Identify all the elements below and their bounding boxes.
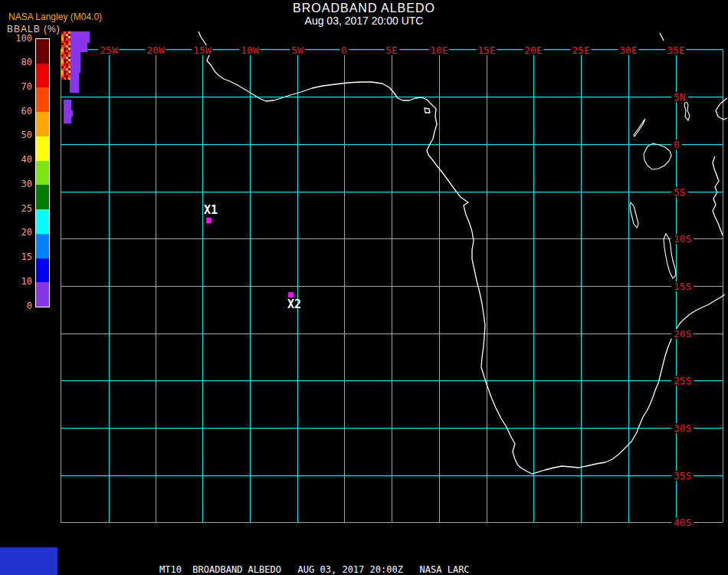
lat-label: 5N: [671, 92, 688, 102]
lon-label: 15E: [476, 45, 497, 55]
status-bar-text: MT10 BROADBAND ALBEDO AUG 03, 2017 20:00…: [159, 564, 470, 575]
marker-point-X1[interactable]: [206, 218, 212, 223]
colorbar-tick-label: 10: [5, 277, 32, 287]
colorbar-tick-label: 40: [5, 155, 32, 165]
lon-label: 30E: [618, 45, 638, 55]
lon-label: 10E: [428, 45, 449, 55]
lon-label: 15W: [192, 45, 212, 55]
colorbar-segment-2: [36, 87, 49, 112]
page-title: BROADBAND ALBEDO: [0, 2, 728, 15]
lat-label: 10S: [671, 234, 694, 244]
branding-label: NASA Langley (M04.0): [8, 12, 102, 22]
lon-label: 5W: [290, 45, 305, 55]
colorbar-segment-6: [36, 185, 49, 209]
colorbar-segment-7: [36, 209, 49, 234]
colorbar-tick-label: 80: [5, 58, 32, 67]
lon-label: 10W: [239, 45, 260, 55]
colorbar-tick-label: 30: [5, 179, 32, 189]
lon-label: 20E: [523, 45, 543, 55]
albedo-map-viewer: BROADBAND ALBEDO Aug 03, 2017 20:00 UTC …: [0, 0, 728, 575]
lat-label: 5S: [671, 187, 688, 197]
colorbar-segment-1: [36, 64, 49, 88]
colorbar-segment-5: [36, 161, 49, 186]
colorbar-tick-label: 50: [5, 130, 32, 140]
lat-label: 40S: [671, 518, 694, 527]
albedo-data-patch: [61, 31, 90, 123]
colorbar-segment-9: [36, 258, 49, 283]
colorbar-tick-label: 0: [5, 301, 32, 311]
lat-label: 25S: [671, 376, 694, 386]
colorbar-tick-label: 20: [5, 228, 32, 238]
colorbar-segment-4: [36, 136, 49, 161]
lat-label: 20S: [671, 329, 694, 339]
colorbar-segment-3: [36, 112, 49, 136]
lat-label: 0: [671, 140, 682, 150]
colorbar-tick-label: 70: [5, 82, 32, 92]
map-canvas[interactable]: [0, 0, 728, 575]
colorbar-segment-8: [36, 234, 49, 258]
timestamp-subtitle: Aug 03, 2017 20:00 UTC: [0, 15, 728, 27]
colorbar-tick-label: 100: [5, 34, 32, 44]
colorbar-segment-10: [36, 282, 49, 307]
marker-point-X2[interactable]: [288, 292, 293, 297]
status-accent-box: [0, 547, 57, 575]
lat-label: 30S: [671, 423, 694, 433]
lon-label: 25E: [570, 45, 591, 55]
colorbar: [35, 38, 50, 307]
lon-label: 20W: [145, 45, 166, 55]
lon-label: 25W: [98, 45, 119, 55]
marker-label-X1[interactable]: X1: [204, 205, 218, 215]
colorbar-tick-label: 60: [5, 107, 32, 117]
lon-label: 5E: [384, 45, 399, 55]
colorbar-tick-label: 25: [5, 204, 32, 214]
lat-label: 15S: [671, 281, 694, 291]
lon-label: 0: [339, 45, 349, 55]
colorbar-segment-0: [36, 39, 49, 64]
colorbar-tick-label: 15: [5, 252, 32, 262]
grid-lines: [61, 49, 723, 523]
lon-label: 35E: [665, 45, 686, 55]
lat-label: 35S: [671, 471, 694, 481]
marker-label-X2[interactable]: X2: [287, 299, 301, 310]
coastline: [198, 31, 727, 474]
